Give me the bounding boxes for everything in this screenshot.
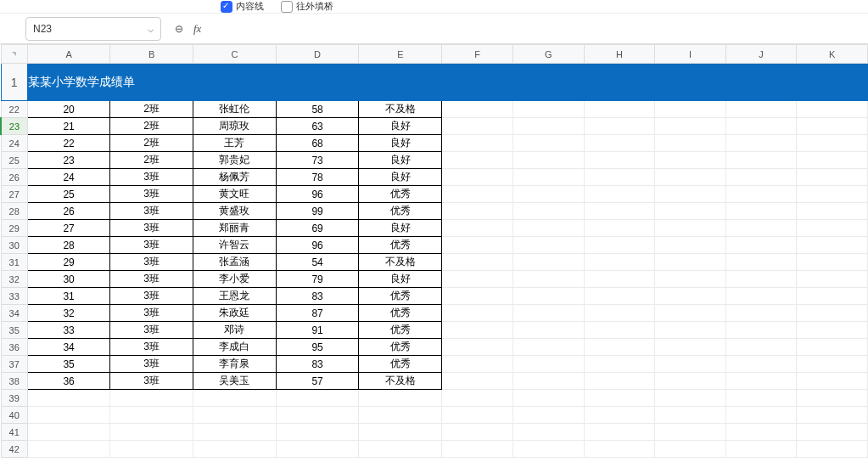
cell[interactable]: 李育泉 bbox=[193, 356, 276, 373]
cell[interactable] bbox=[725, 220, 797, 237]
cell[interactable]: 30 bbox=[27, 271, 109, 288]
cell[interactable] bbox=[110, 390, 193, 407]
cell[interactable] bbox=[512, 373, 584, 390]
cell[interactable] bbox=[655, 407, 725, 424]
cell[interactable] bbox=[725, 118, 797, 135]
cell[interactable]: 良好 bbox=[359, 169, 442, 186]
cell[interactable]: 3班 bbox=[110, 169, 193, 186]
cell[interactable] bbox=[193, 390, 276, 407]
cell[interactable] bbox=[725, 373, 797, 390]
cell[interactable] bbox=[797, 407, 868, 424]
cell[interactable]: 32 bbox=[27, 305, 109, 322]
cell[interactable]: 33 bbox=[27, 322, 109, 339]
cell[interactable] bbox=[512, 407, 584, 424]
name-box[interactable]: N23 ⌵ bbox=[25, 17, 161, 41]
cell[interactable] bbox=[655, 305, 725, 322]
row-header[interactable]: 26 bbox=[1, 169, 27, 186]
cell[interactable]: 良好 bbox=[359, 220, 442, 237]
cell[interactable] bbox=[27, 424, 109, 441]
cell[interactable] bbox=[797, 441, 868, 458]
cell[interactable]: 张虹伦 bbox=[193, 101, 276, 118]
column-header-B[interactable]: B bbox=[110, 45, 193, 64]
row-header[interactable]: 25 bbox=[1, 152, 27, 169]
cell[interactable] bbox=[584, 373, 655, 390]
column-header-E[interactable]: E bbox=[359, 45, 442, 64]
cell[interactable] bbox=[512, 305, 584, 322]
cell[interactable] bbox=[725, 237, 797, 254]
cell[interactable]: 李小爱 bbox=[193, 271, 276, 288]
cell[interactable] bbox=[442, 254, 513, 271]
cell[interactable] bbox=[655, 441, 725, 458]
cell[interactable] bbox=[725, 254, 797, 271]
cell[interactable] bbox=[797, 135, 868, 152]
cell[interactable] bbox=[442, 64, 513, 101]
cell[interactable]: 优秀 bbox=[359, 186, 442, 203]
row-header[interactable]: 34 bbox=[1, 305, 27, 322]
row-header[interactable]: 27 bbox=[1, 186, 27, 203]
cell[interactable] bbox=[110, 441, 193, 458]
column-header-K[interactable]: K bbox=[797, 45, 868, 64]
cell[interactable] bbox=[512, 288, 584, 305]
cell[interactable] bbox=[725, 288, 797, 305]
cell[interactable]: 3班 bbox=[110, 220, 193, 237]
cell[interactable]: 朱政廷 bbox=[193, 305, 276, 322]
cell[interactable] bbox=[512, 118, 584, 135]
cell[interactable] bbox=[512, 186, 584, 203]
cell[interactable] bbox=[655, 424, 725, 441]
cell[interactable] bbox=[193, 407, 276, 424]
cell[interactable] bbox=[442, 135, 513, 152]
title-cell[interactable]: 某某小学数学成绩单 bbox=[27, 64, 441, 101]
cell[interactable] bbox=[442, 203, 513, 220]
cell[interactable] bbox=[442, 339, 513, 356]
cell[interactable]: 96 bbox=[276, 186, 358, 203]
cell[interactable] bbox=[725, 135, 797, 152]
cell[interactable] bbox=[110, 407, 193, 424]
cell[interactable] bbox=[584, 271, 655, 288]
cell[interactable] bbox=[797, 64, 868, 101]
cell[interactable]: 63 bbox=[276, 118, 358, 135]
cell[interactable]: 26 bbox=[27, 203, 109, 220]
cell[interactable] bbox=[584, 64, 655, 101]
cell[interactable]: 3班 bbox=[110, 271, 193, 288]
cell[interactable] bbox=[655, 220, 725, 237]
cell[interactable]: 54 bbox=[276, 254, 358, 271]
cell[interactable]: 郑丽青 bbox=[193, 220, 276, 237]
cell[interactable]: 83 bbox=[276, 356, 358, 373]
cell[interactable]: 3班 bbox=[110, 305, 193, 322]
row-header[interactable]: 40 bbox=[1, 407, 27, 424]
cell[interactable] bbox=[512, 169, 584, 186]
cell[interactable] bbox=[725, 186, 797, 203]
cell[interactable] bbox=[584, 186, 655, 203]
fx-icon[interactable]: fx bbox=[193, 22, 201, 36]
row-header[interactable]: 36 bbox=[1, 339, 27, 356]
cell[interactable] bbox=[725, 339, 797, 356]
row-header[interactable]: 42 bbox=[1, 441, 27, 458]
cell[interactable] bbox=[512, 271, 584, 288]
cell[interactable]: 3班 bbox=[110, 373, 193, 390]
cell[interactable] bbox=[442, 186, 513, 203]
cell[interactable] bbox=[725, 203, 797, 220]
cell[interactable] bbox=[655, 356, 725, 373]
cell[interactable]: 吴美玉 bbox=[193, 373, 276, 390]
column-header-G[interactable]: G bbox=[512, 45, 584, 64]
cell[interactable]: 优秀 bbox=[359, 305, 442, 322]
cell[interactable]: 2班 bbox=[110, 101, 193, 118]
row-header[interactable]: 38 bbox=[1, 373, 27, 390]
cell[interactable] bbox=[442, 152, 513, 169]
cell[interactable] bbox=[584, 220, 655, 237]
cell[interactable] bbox=[512, 237, 584, 254]
cell[interactable] bbox=[512, 203, 584, 220]
row-header[interactable]: 35 bbox=[1, 322, 27, 339]
cell[interactable] bbox=[512, 101, 584, 118]
cell[interactable] bbox=[512, 135, 584, 152]
cell[interactable]: 3班 bbox=[110, 237, 193, 254]
cell[interactable] bbox=[512, 441, 584, 458]
cell[interactable] bbox=[655, 186, 725, 203]
sheet-area[interactable]: ABCDEFGHIJK 1某某小学数学成绩单22202班张虹伦58不及格2321… bbox=[0, 44, 868, 462]
cell[interactable] bbox=[27, 441, 109, 458]
cell[interactable] bbox=[512, 424, 584, 441]
cell[interactable] bbox=[584, 203, 655, 220]
cell[interactable] bbox=[359, 390, 442, 407]
cell[interactable]: 黄盛玫 bbox=[193, 203, 276, 220]
cancel-icon[interactable]: ⊖ bbox=[175, 23, 183, 35]
